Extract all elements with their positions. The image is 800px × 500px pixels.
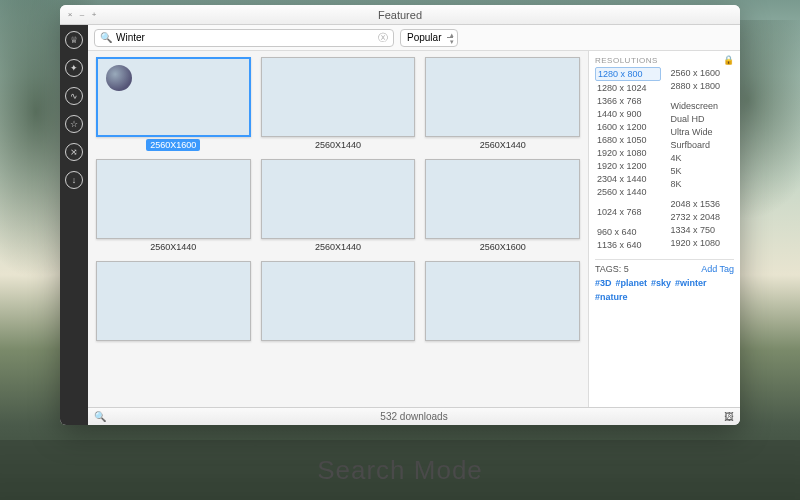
resolution-option[interactable]: 1280 x 1024: [595, 82, 661, 94]
resolution-option[interactable]: 2560 x 1600: [669, 67, 735, 79]
resolution-option[interactable]: Dual HD: [669, 113, 735, 125]
thumbnail[interactable]: 2560X1600: [425, 159, 580, 253]
thumbnail[interactable]: [261, 261, 416, 341]
crown-icon[interactable]: ♕: [65, 31, 83, 49]
close-button[interactable]: ×: [66, 11, 74, 19]
resolution-option[interactable]: 1024 x 768: [595, 206, 661, 218]
thumbnail[interactable]: 2560X1440: [261, 159, 416, 253]
window-title: Featured: [60, 9, 740, 21]
thumbnail[interactable]: [96, 261, 251, 341]
titlebar[interactable]: × – + Featured: [60, 5, 740, 25]
add-tag-link[interactable]: Add Tag: [701, 264, 734, 274]
thumbnail-resolution: 2560X1440: [146, 241, 200, 253]
tag[interactable]: #planet: [616, 278, 648, 288]
thumbnail-image[interactable]: [261, 159, 416, 239]
resolution-option[interactable]: 2560 x 1440: [595, 186, 661, 198]
resolution-option[interactable]: 5K: [669, 165, 735, 177]
resolution-option[interactable]: 4K: [669, 152, 735, 164]
status-bar: 🔍 532 downloads 🖼: [88, 407, 740, 425]
search-field[interactable]: 🔍 ⓧ: [94, 29, 394, 47]
resolution-option[interactable]: 2732 x 2048: [669, 211, 735, 223]
thumbnail[interactable]: 2560X1600: [96, 57, 251, 151]
resolution-option[interactable]: 2304 x 1440: [595, 173, 661, 185]
shuffle-icon[interactable]: ⤨: [65, 143, 83, 161]
resolution-option[interactable]: Widescreen: [669, 100, 735, 112]
resolution-option[interactable]: 8K: [669, 178, 735, 190]
resolution-option[interactable]: Ultra Wide: [669, 126, 735, 138]
thumbnail[interactable]: 2560X1440: [261, 57, 416, 151]
tag[interactable]: #sky: [651, 278, 671, 288]
sparkle-icon[interactable]: ✦: [65, 59, 83, 77]
download-icon[interactable]: ↓: [65, 171, 83, 189]
tag-list: #3D#planet#sky#winter#nature: [595, 278, 734, 302]
app-window: × – + Featured ♕ ✦ ∿ ☆ ⤨ ↓ 🔍 ⓧ Popular: [60, 5, 740, 425]
resolution-option[interactable]: 1366 x 768: [595, 95, 661, 107]
caption-text: Search Mode: [317, 455, 483, 486]
search-icon: 🔍: [100, 32, 112, 43]
resolution-option[interactable]: 1440 x 900: [595, 108, 661, 120]
sidebar: ♕ ✦ ∿ ☆ ⤨ ↓: [60, 25, 88, 425]
search-input[interactable]: [116, 32, 378, 43]
toolbar: 🔍 ⓧ Popular ▴▾: [88, 25, 740, 51]
resolution-option[interactable]: 2880 x 1800: [669, 80, 735, 92]
thumbnail[interactable]: 2560X1440: [96, 159, 251, 253]
thumbnail-resolution: 2560X1440: [311, 241, 365, 253]
resolution-option[interactable]: 960 x 640: [595, 226, 661, 238]
status-text: 532 downloads: [88, 411, 740, 422]
thumbnail-image[interactable]: [425, 57, 580, 137]
resolution-option[interactable]: 1680 x 1050: [595, 134, 661, 146]
sort-select[interactable]: Popular ▴▾: [400, 29, 458, 47]
tag[interactable]: #3D: [595, 278, 612, 288]
thumbnail[interactable]: 2560X1440: [425, 57, 580, 151]
thumbnail-resolution: 2560X1440: [311, 139, 365, 151]
resolution-option[interactable]: 1600 x 1200: [595, 121, 661, 133]
tags-header: TAGS: 5: [595, 264, 629, 274]
window-controls: × – +: [60, 11, 98, 19]
resolution-option[interactable]: 1334 x 750: [669, 224, 735, 236]
lock-icon[interactable]: 🔒: [723, 55, 735, 65]
thumbnail-resolution: 2560X1600: [476, 241, 530, 253]
thumbnail-resolution: 2560X1600: [146, 139, 200, 151]
thumbnail-grid-area[interactable]: 2560X16002560X14402560X14402560X14402560…: [88, 51, 588, 407]
thumbnail-image[interactable]: [261, 261, 416, 341]
clear-search-icon[interactable]: ⓧ: [378, 31, 388, 45]
thumbnail[interactable]: [425, 261, 580, 341]
resolution-option[interactable]: Surfboard: [669, 139, 735, 151]
star-icon[interactable]: ☆: [65, 115, 83, 133]
chevron-updown-icon: ▴▾: [450, 31, 454, 45]
tag[interactable]: #nature: [595, 292, 628, 302]
thumbnail-image[interactable]: [96, 57, 251, 137]
caption-bar: Search Mode: [0, 440, 800, 500]
resolution-option[interactable]: 1920 x 1080: [669, 237, 735, 249]
thumbnail-image[interactable]: [425, 261, 580, 341]
thumbnail-image[interactable]: [425, 159, 580, 239]
tag[interactable]: #winter: [675, 278, 707, 288]
thumbnail-image[interactable]: [96, 159, 251, 239]
thumbnail-image[interactable]: [261, 57, 416, 137]
resolution-option[interactable]: 1280 x 800: [595, 67, 661, 81]
resolution-option[interactable]: 1136 x 640: [595, 239, 661, 251]
resolutions-header: RESOLUTIONS: [595, 56, 658, 65]
resolution-option[interactable]: 2048 x 1536: [669, 198, 735, 210]
thumbnail-resolution: 2560X1440: [476, 139, 530, 151]
resolution-option[interactable]: 1920 x 1200: [595, 160, 661, 172]
zoom-button[interactable]: +: [90, 11, 98, 19]
resolution-option[interactable]: 1920 x 1080: [595, 147, 661, 159]
picture-icon[interactable]: 🖼: [724, 411, 734, 422]
minimize-button[interactable]: –: [78, 11, 86, 19]
wave-icon[interactable]: ∿: [65, 87, 83, 105]
right-panel: RESOLUTIONS 🔒 1280 x 8001280 x 10241366 …: [588, 51, 740, 407]
sort-label: Popular: [407, 32, 441, 43]
thumbnail-image[interactable]: [96, 261, 251, 341]
